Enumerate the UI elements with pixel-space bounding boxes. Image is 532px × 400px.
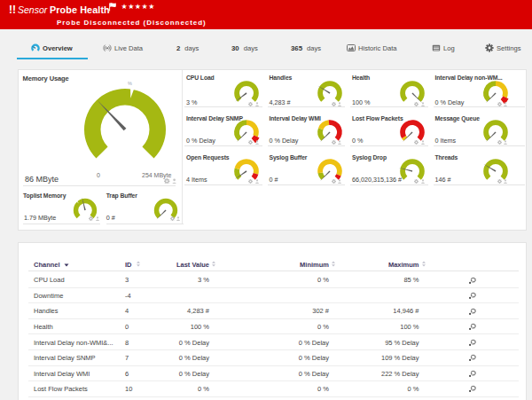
gauge-tile-title: Handles xyxy=(270,75,293,81)
gear-icon[interactable] xyxy=(497,179,502,184)
gear-icon[interactable] xyxy=(164,178,170,184)
cell-channel: Downtime xyxy=(34,288,63,304)
table-header-underline xyxy=(28,271,519,271)
gauge-tile-title: Lost Flow Packets xyxy=(352,115,403,122)
tab-365-days[interactable]: 365days xyxy=(291,39,321,57)
gauge-tile-value: 100 % xyxy=(352,98,370,106)
toplist-memory-underline xyxy=(23,224,100,224)
cell-maximum: 109 % Delay xyxy=(19,350,419,366)
channel-settings-icon[interactable] xyxy=(468,308,477,316)
sensor-status-text: Probe Disconnected (Disconnected) xyxy=(57,19,207,27)
gauge-tile-open-requests: Open Requests4 Items xyxy=(181,146,264,185)
gauge-action-icons xyxy=(332,179,342,184)
tab-label: Log xyxy=(443,44,455,52)
flag-icon[interactable] xyxy=(109,3,116,12)
person-icon[interactable] xyxy=(96,216,99,221)
memory-usage-title: Memory Usage xyxy=(23,75,69,82)
gauge-tile-title: Open Requests xyxy=(186,154,230,161)
gear-icon[interactable] xyxy=(497,102,502,106)
table-row: Interval Delay SNMP70 % Delay0 % Delay10… xyxy=(19,350,528,366)
person-icon[interactable] xyxy=(255,102,259,106)
tab-number: 2 xyxy=(176,44,180,52)
channel-settings-icon[interactable] xyxy=(468,277,477,285)
person-icon[interactable] xyxy=(172,178,176,184)
cell-maximum: 100 % xyxy=(19,319,419,335)
channel-settings-icon[interactable] xyxy=(468,292,477,300)
gear-icon[interactable] xyxy=(89,216,93,221)
gauge-action-icons xyxy=(164,178,176,184)
tab-label: Overview xyxy=(43,44,73,52)
gauge-tile-underline xyxy=(184,184,262,185)
sort-toggle-icon[interactable] xyxy=(421,261,426,267)
person-icon[interactable] xyxy=(421,179,425,184)
gauge-action-icons xyxy=(497,102,508,106)
gauge-action-icons xyxy=(248,102,259,106)
channel-settings-icon[interactable] xyxy=(468,385,477,393)
tab-settings[interactable]: Settings xyxy=(485,39,520,57)
tab-2-days[interactable]: 2days xyxy=(176,39,199,57)
priority-stars[interactable]: ★★★★★ xyxy=(121,3,155,11)
column-header-maximum[interactable]: Maximum xyxy=(19,261,419,269)
person-icon[interactable] xyxy=(338,140,341,145)
tab-label: Settings xyxy=(497,44,520,52)
gauge-action-icons xyxy=(332,140,342,145)
gauge-tile-value: 66,020,315,136 # xyxy=(352,176,402,184)
channel-settings-icon[interactable] xyxy=(468,370,477,378)
gear-icon[interactable] xyxy=(332,179,336,184)
gauge-tile-handles: Handles4,283 # xyxy=(264,70,348,107)
table-row: Downtime-4 xyxy=(19,288,528,304)
person-icon[interactable] xyxy=(504,140,507,145)
gauge-tile-title: Syslog Buffer xyxy=(270,154,308,161)
cell-maximum: 222 % Delay xyxy=(19,366,419,382)
person-icon[interactable] xyxy=(255,140,259,145)
gear-icon[interactable] xyxy=(248,179,253,184)
gear-icon[interactable] xyxy=(170,216,175,221)
gauge-tile-underline xyxy=(434,184,526,185)
gauge-tile-value: 0 % Delay xyxy=(270,137,299,145)
gear-icon[interactable] xyxy=(497,140,502,145)
person-icon[interactable] xyxy=(255,179,259,184)
person-icon[interactable] xyxy=(338,102,341,106)
tab-historic-data[interactable]: Historic Data xyxy=(347,39,396,57)
gear-icon[interactable] xyxy=(332,140,336,145)
gauge-tile-lost-flow-packets: Lost Flow Packets0 % xyxy=(347,107,430,146)
gear-icon[interactable] xyxy=(414,140,419,145)
channel-settings-icon[interactable] xyxy=(468,339,477,347)
gauge-tile-syslog-drop: Syslog Drop66,020,315,136 # xyxy=(347,146,430,185)
tab-live-data[interactable]: Live Data xyxy=(103,39,143,57)
tab-log[interactable]: Log xyxy=(432,39,455,57)
gear-icon[interactable] xyxy=(248,102,253,106)
tab-overview[interactable]: Overview xyxy=(31,39,73,57)
trap-buffer-value: 0 # xyxy=(106,214,115,222)
gear-icon[interactable] xyxy=(414,102,419,106)
gauge-tile-value: 0 # xyxy=(270,176,278,184)
gear-icon[interactable] xyxy=(248,140,253,145)
gauge-tile-value: 0 Items xyxy=(435,137,457,145)
channel-settings-icon[interactable] xyxy=(468,354,477,362)
gauge-tile-value: 0 % xyxy=(352,137,363,145)
tab-30-days[interactable]: 30days xyxy=(231,39,258,57)
tab-label: Live Data xyxy=(114,44,143,52)
gauge-tile-interval-delay-non-wm: Interval Delay non-WM...0 % Delay xyxy=(430,70,528,107)
gauge-tile-title: Threads xyxy=(435,154,458,161)
gauge-action-icons xyxy=(497,179,508,184)
gear-icon[interactable] xyxy=(332,102,336,106)
gauge-action-icons xyxy=(248,179,259,184)
person-icon[interactable] xyxy=(338,179,341,184)
channels-table-card: ChannelIDLast ValueMinimumMaximumCPU Loa… xyxy=(18,242,527,400)
person-icon[interactable] xyxy=(504,102,507,106)
object-kind-label: Sensor xyxy=(18,4,47,15)
channel-settings-icon[interactable] xyxy=(468,323,477,331)
gauge-tile-value: 4,283 # xyxy=(270,98,291,106)
table-row: Health0100 %0 %100 % xyxy=(19,319,528,335)
priority-icon: !! xyxy=(9,4,16,16)
gauge-tile-value: 0 % Delay xyxy=(435,98,465,106)
person-icon[interactable] xyxy=(504,179,507,184)
person-icon[interactable] xyxy=(176,216,180,221)
log-icon xyxy=(432,43,441,52)
gauge-action-icons xyxy=(248,140,259,145)
person-icon[interactable] xyxy=(421,102,425,106)
person-icon[interactable] xyxy=(421,140,425,145)
gear-icon[interactable] xyxy=(414,179,419,184)
broadcast-icon xyxy=(103,43,112,52)
